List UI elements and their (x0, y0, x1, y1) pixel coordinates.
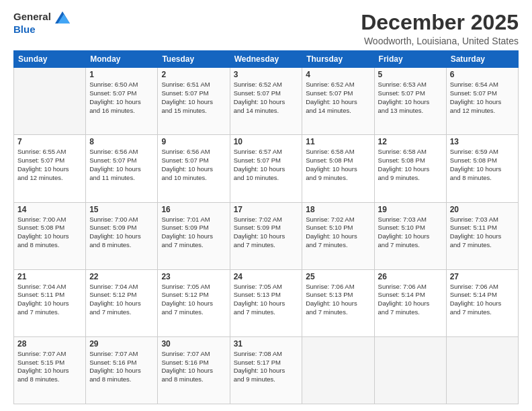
calendar-cell: 30Sunrise: 7:07 AM Sunset: 5:16 PM Dayli… (158, 336, 230, 404)
cell-info: Sunrise: 7:01 AM Sunset: 5:09 PM Dayligh… (161, 216, 226, 250)
calendar-cell: 25Sunrise: 7:06 AM Sunset: 5:13 PM Dayli… (302, 269, 374, 336)
day-number: 4 (306, 70, 370, 79)
cell-info: Sunrise: 6:50 AM Sunset: 5:07 PM Dayligh… (89, 81, 154, 115)
cell-info: Sunrise: 6:52 AM Sunset: 5:07 PM Dayligh… (306, 81, 370, 115)
col-friday: Friday (374, 51, 446, 68)
cell-info: Sunrise: 7:05 AM Sunset: 5:12 PM Dayligh… (161, 283, 226, 317)
calendar-cell: 21Sunrise: 7:04 AM Sunset: 5:11 PM Dayli… (14, 269, 86, 336)
day-number: 6 (450, 70, 515, 79)
day-number: 11 (306, 137, 370, 146)
day-number: 17 (234, 205, 299, 214)
day-number: 23 (161, 272, 226, 281)
day-number: 25 (306, 272, 370, 281)
cell-info: Sunrise: 7:06 AM Sunset: 5:13 PM Dayligh… (306, 283, 370, 317)
day-number: 29 (89, 339, 154, 349)
day-number: 24 (234, 272, 299, 281)
cell-info: Sunrise: 7:02 AM Sunset: 5:10 PM Dayligh… (306, 216, 370, 250)
calendar-cell: 5Sunrise: 6:53 AM Sunset: 5:07 PM Daylig… (374, 68, 446, 135)
day-number: 21 (17, 272, 82, 281)
day-number: 27 (450, 272, 515, 281)
month-title: December 2025 (361, 11, 519, 34)
day-number: 12 (378, 137, 443, 146)
cell-info: Sunrise: 6:56 AM Sunset: 5:07 PM Dayligh… (161, 148, 226, 182)
calendar-cell (14, 68, 86, 135)
day-number: 1 (89, 70, 154, 79)
day-number: 15 (89, 205, 154, 214)
col-monday: Monday (86, 51, 158, 68)
col-saturday: Saturday (446, 51, 518, 68)
day-number: 13 (450, 137, 515, 146)
calendar-cell: 10Sunrise: 6:57 AM Sunset: 5:07 PM Dayli… (230, 135, 302, 202)
calendar-week-4: 21Sunrise: 7:04 AM Sunset: 5:11 PM Dayli… (14, 269, 519, 336)
page: General Blue December 2025 Woodworth, Lo… (0, 0, 532, 411)
cell-info: Sunrise: 6:56 AM Sunset: 5:07 PM Dayligh… (89, 148, 154, 182)
calendar-cell: 14Sunrise: 7:00 AM Sunset: 5:08 PM Dayli… (14, 202, 86, 269)
cell-info: Sunrise: 6:53 AM Sunset: 5:07 PM Dayligh… (378, 81, 443, 115)
calendar-cell: 19Sunrise: 7:03 AM Sunset: 5:10 PM Dayli… (374, 202, 446, 269)
cell-info: Sunrise: 7:06 AM Sunset: 5:14 PM Dayligh… (450, 283, 515, 317)
col-wednesday: Wednesday (230, 51, 302, 68)
day-number: 31 (234, 339, 299, 349)
cell-info: Sunrise: 7:06 AM Sunset: 5:14 PM Dayligh… (378, 283, 443, 317)
calendar-cell: 27Sunrise: 7:06 AM Sunset: 5:14 PM Dayli… (446, 269, 518, 336)
calendar-cell (302, 336, 374, 404)
calendar-cell: 4Sunrise: 6:52 AM Sunset: 5:07 PM Daylig… (302, 68, 374, 135)
cell-info: Sunrise: 7:03 AM Sunset: 5:11 PM Dayligh… (450, 216, 515, 250)
calendar-week-5: 28Sunrise: 7:07 AM Sunset: 5:15 PM Dayli… (14, 336, 519, 404)
logo: General Blue (13, 11, 70, 36)
title-block: December 2025 Woodworth, Louisiana, Unit… (361, 11, 519, 46)
calendar-cell: 31Sunrise: 7:08 AM Sunset: 5:17 PM Dayli… (230, 336, 302, 404)
calendar-cell: 24Sunrise: 7:05 AM Sunset: 5:13 PM Dayli… (230, 269, 302, 336)
cell-info: Sunrise: 7:07 AM Sunset: 5:16 PM Dayligh… (161, 350, 226, 384)
day-number: 22 (89, 272, 154, 281)
day-number: 8 (89, 137, 154, 146)
location: Woodworth, Louisiana, United States (361, 36, 519, 46)
cell-info: Sunrise: 7:04 AM Sunset: 5:12 PM Dayligh… (89, 283, 154, 317)
cell-info: Sunrise: 7:04 AM Sunset: 5:11 PM Dayligh… (17, 283, 82, 317)
cell-info: Sunrise: 6:55 AM Sunset: 5:07 PM Dayligh… (17, 148, 82, 182)
calendar-cell: 7Sunrise: 6:55 AM Sunset: 5:07 PM Daylig… (14, 135, 86, 202)
header: General Blue December 2025 Woodworth, Lo… (13, 11, 519, 46)
day-number: 14 (17, 205, 82, 214)
col-thursday: Thursday (302, 51, 374, 68)
day-number: 10 (234, 137, 299, 146)
day-number: 5 (378, 70, 443, 79)
calendar-cell (446, 336, 518, 404)
col-sunday: Sunday (14, 51, 86, 68)
calendar-cell: 22Sunrise: 7:04 AM Sunset: 5:12 PM Dayli… (86, 269, 158, 336)
cell-info: Sunrise: 7:08 AM Sunset: 5:17 PM Dayligh… (234, 350, 299, 384)
logo-icon (55, 11, 70, 24)
cell-info: Sunrise: 7:05 AM Sunset: 5:13 PM Dayligh… (234, 283, 299, 317)
calendar-week-1: 1Sunrise: 6:50 AM Sunset: 5:07 PM Daylig… (14, 68, 519, 135)
calendar-cell: 12Sunrise: 6:58 AM Sunset: 5:08 PM Dayli… (374, 135, 446, 202)
cell-info: Sunrise: 7:02 AM Sunset: 5:09 PM Dayligh… (234, 216, 299, 250)
cell-info: Sunrise: 7:03 AM Sunset: 5:10 PM Dayligh… (378, 216, 443, 250)
col-tuesday: Tuesday (158, 51, 230, 68)
day-number: 3 (234, 70, 299, 79)
calendar-cell: 1Sunrise: 6:50 AM Sunset: 5:07 PM Daylig… (86, 68, 158, 135)
day-number: 2 (161, 70, 226, 79)
calendar-table: Sunday Monday Tuesday Wednesday Thursday… (13, 50, 519, 404)
calendar-cell: 9Sunrise: 6:56 AM Sunset: 5:07 PM Daylig… (158, 135, 230, 202)
calendar-cell: 20Sunrise: 7:03 AM Sunset: 5:11 PM Dayli… (446, 202, 518, 269)
calendar-cell: 18Sunrise: 7:02 AM Sunset: 5:10 PM Dayli… (302, 202, 374, 269)
day-number: 18 (306, 205, 370, 214)
cell-info: Sunrise: 6:57 AM Sunset: 5:07 PM Dayligh… (234, 148, 299, 182)
calendar-cell: 3Sunrise: 6:52 AM Sunset: 5:07 PM Daylig… (230, 68, 302, 135)
calendar-cell: 28Sunrise: 7:07 AM Sunset: 5:15 PM Dayli… (14, 336, 86, 404)
calendar-cell: 2Sunrise: 6:51 AM Sunset: 5:07 PM Daylig… (158, 68, 230, 135)
calendar-week-2: 7Sunrise: 6:55 AM Sunset: 5:07 PM Daylig… (14, 135, 519, 202)
cell-info: Sunrise: 7:00 AM Sunset: 5:08 PM Dayligh… (17, 216, 82, 250)
calendar-cell: 23Sunrise: 7:05 AM Sunset: 5:12 PM Dayli… (158, 269, 230, 336)
day-number: 28 (17, 339, 82, 349)
calendar-cell: 29Sunrise: 7:07 AM Sunset: 5:16 PM Dayli… (86, 336, 158, 404)
cell-info: Sunrise: 6:58 AM Sunset: 5:08 PM Dayligh… (378, 148, 443, 182)
cell-info: Sunrise: 6:58 AM Sunset: 5:08 PM Dayligh… (306, 148, 370, 182)
cell-info: Sunrise: 7:07 AM Sunset: 5:16 PM Dayligh… (89, 350, 154, 384)
cell-info: Sunrise: 6:59 AM Sunset: 5:08 PM Dayligh… (450, 148, 515, 182)
calendar-cell: 15Sunrise: 7:00 AM Sunset: 5:09 PM Dayli… (86, 202, 158, 269)
day-number: 26 (378, 272, 443, 281)
calendar-cell: 16Sunrise: 7:01 AM Sunset: 5:09 PM Dayli… (158, 202, 230, 269)
calendar-cell: 26Sunrise: 7:06 AM Sunset: 5:14 PM Dayli… (374, 269, 446, 336)
calendar-week-3: 14Sunrise: 7:00 AM Sunset: 5:08 PM Dayli… (14, 202, 519, 269)
